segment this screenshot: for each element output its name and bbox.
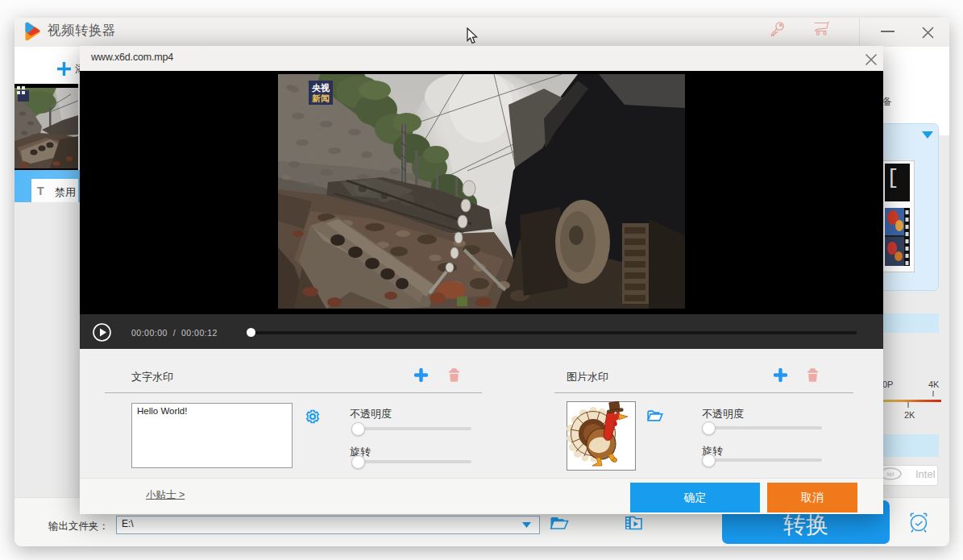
svg-text:央视: 央视 — [311, 83, 330, 93]
svg-text:新闻: 新闻 — [311, 93, 330, 103]
svg-text:tel: tel — [887, 471, 895, 478]
